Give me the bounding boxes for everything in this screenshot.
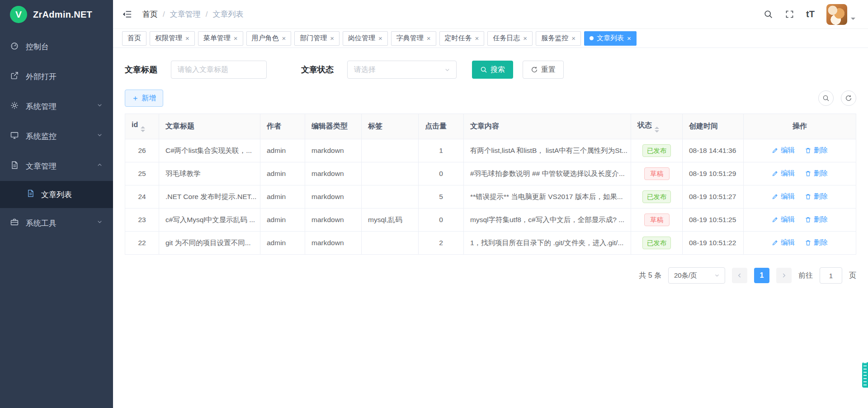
sidebar-item-system-monitor[interactable]: 系统监控 [0, 121, 113, 151]
delete-button[interactable]: 删除 [805, 169, 828, 178]
tab-label: 用户角色 [252, 34, 279, 43]
edit-button[interactable]: 编辑 [772, 192, 795, 201]
column-header-editor: 编辑器类型 [305, 114, 362, 139]
tab-scheduled-task[interactable]: 定时任务× [439, 31, 485, 46]
goto-page-input[interactable] [820, 267, 842, 284]
sidebar-item-system-manage[interactable]: 系统管理 [0, 91, 113, 121]
close-icon[interactable]: × [475, 35, 479, 42]
close-icon[interactable]: × [523, 35, 527, 42]
cell-hits: 1 [419, 139, 464, 162]
sidebar-item-label: 文章列表 [41, 190, 72, 200]
page-number-1[interactable]: 1 [754, 268, 769, 283]
add-button[interactable]: 新增 [125, 90, 163, 107]
close-icon[interactable]: × [282, 35, 286, 42]
tab-label: 任务日志 [493, 34, 520, 43]
tab-post-manage[interactable]: 岗位管理× [343, 31, 388, 46]
edit-button[interactable]: 编辑 [772, 215, 795, 224]
trash-icon [805, 216, 811, 223]
cell-editor: markdown [305, 232, 362, 255]
goto-label: 前往 [798, 271, 813, 280]
edit-icon [772, 170, 778, 177]
delete-button[interactable]: 删除 [805, 146, 828, 155]
article-table: id 文章标题 作者 编辑器类型 标签 点击量 文章内容 状态 创建时间 操作 [125, 114, 856, 255]
sidebar-item-article-manage[interactable]: 文章管理 [0, 151, 113, 181]
toggle-search-button[interactable] [818, 90, 834, 106]
chevron-left-icon [736, 272, 743, 279]
tab-article-list-active[interactable]: 文章列表× [584, 31, 637, 46]
close-icon[interactable]: × [571, 35, 576, 42]
cell-created: 08-18 14:41:36 [683, 139, 744, 162]
cell-created: 08-19 10:51:29 [683, 162, 744, 185]
close-icon[interactable]: × [330, 35, 334, 42]
logo-icon: V [10, 6, 27, 23]
trash-icon [805, 147, 811, 154]
tab-label: 字典管理 [396, 34, 424, 43]
sort-icons[interactable] [655, 127, 659, 133]
edit-button[interactable]: 编辑 [772, 238, 795, 247]
sidebar-item-external-open[interactable]: 外部打开 [0, 62, 113, 91]
edit-button[interactable]: 编辑 [772, 169, 795, 178]
page-size-select[interactable]: 20条/页 [668, 267, 725, 284]
tab-user-role[interactable]: 用户角色× [246, 31, 292, 46]
search-icon[interactable] [764, 9, 773, 19]
user-avatar[interactable] [826, 4, 847, 25]
user-menu[interactable] [826, 4, 855, 25]
tab-task-log[interactable]: 任务日志× [487, 31, 533, 46]
close-icon[interactable]: × [378, 35, 382, 42]
scrollbar-indicator[interactable] [862, 362, 868, 388]
document-icon [26, 189, 35, 200]
cell-title: .NET Core 发布时提示.NET... [159, 185, 260, 209]
tab-menu-manage[interactable]: 菜单管理× [198, 31, 243, 46]
page-size-value: 20条/页 [674, 271, 697, 280]
sidebar-item-system-tools[interactable]: 系统工具 [0, 208, 113, 238]
next-page-button[interactable] [776, 268, 792, 283]
edit-icon [772, 193, 778, 200]
tab-dept-manage[interactable]: 部门管理× [294, 31, 340, 46]
sidebar-item-label: 文章管理 [26, 161, 57, 171]
tab-dict-manage[interactable]: 字典管理× [391, 31, 436, 46]
delete-button[interactable]: 删除 [805, 192, 828, 201]
reset-button[interactable]: 重置 [523, 61, 564, 79]
search-icon [822, 95, 830, 102]
cell-tags: mysql,乱码 [362, 209, 419, 232]
edit-button[interactable]: 编辑 [772, 146, 795, 155]
tab-label: 岗位管理 [348, 34, 375, 43]
column-header-id[interactable]: id [125, 114, 159, 139]
tab-home[interactable]: 首页 [122, 31, 146, 46]
article-status-select[interactable]: 请选择 [347, 61, 457, 79]
cell-id: 23 [125, 209, 159, 232]
breadcrumb-home[interactable]: 首页 [142, 9, 158, 19]
cell-ops: 编辑删除 [744, 209, 856, 232]
column-header-status[interactable]: 状态 [631, 114, 683, 139]
tab-label: 定时任务 [445, 34, 472, 43]
table-row: 25 羽毛球教学 admin markdown 0 #羽毛球拍参数说明 ## 中… [125, 162, 856, 185]
app-logo[interactable]: V ZrAdmin.NET [0, 0, 113, 29]
refresh-table-button[interactable] [841, 90, 856, 106]
menu-fold-icon[interactable] [122, 9, 132, 19]
cell-title: c#写入Mysql中文显示乱码 ... [159, 209, 260, 232]
close-icon[interactable]: × [185, 35, 189, 42]
fullscreen-icon[interactable] [785, 9, 794, 19]
add-button-label: 新增 [142, 94, 156, 103]
cell-content: 1，找到项目所在目录下的 .git/文件夹，进入.git/... [464, 232, 631, 255]
search-button[interactable]: 搜索 [472, 61, 513, 79]
breadcrumb-article-manage[interactable]: 文章管理 [170, 9, 201, 19]
cell-author: admin [260, 139, 305, 162]
sort-icons[interactable] [141, 126, 145, 132]
close-icon[interactable]: × [234, 35, 238, 42]
tab-service-monitor[interactable]: 服务监控× [536, 31, 581, 46]
close-icon[interactable]: × [427, 35, 431, 42]
delete-button[interactable]: 删除 [805, 215, 828, 224]
delete-button[interactable]: 删除 [805, 238, 828, 247]
close-icon[interactable]: × [627, 35, 631, 42]
prev-page-button[interactable] [732, 268, 747, 283]
monitor-icon [10, 131, 19, 142]
sidebar-item-dashboard[interactable]: 控制台 [0, 32, 113, 62]
pagination-total: 共 5 条 [639, 271, 661, 280]
font-size-icon[interactable]: tT [806, 9, 815, 19]
sidebar-item-label: 外部打开 [26, 71, 57, 82]
article-title-input[interactable] [171, 61, 267, 79]
status-badge: 已发布 [642, 190, 671, 203]
sidebar-item-article-list[interactable]: 文章列表 [0, 181, 113, 208]
tab-permission-manage[interactable]: 权限管理× [150, 31, 195, 46]
